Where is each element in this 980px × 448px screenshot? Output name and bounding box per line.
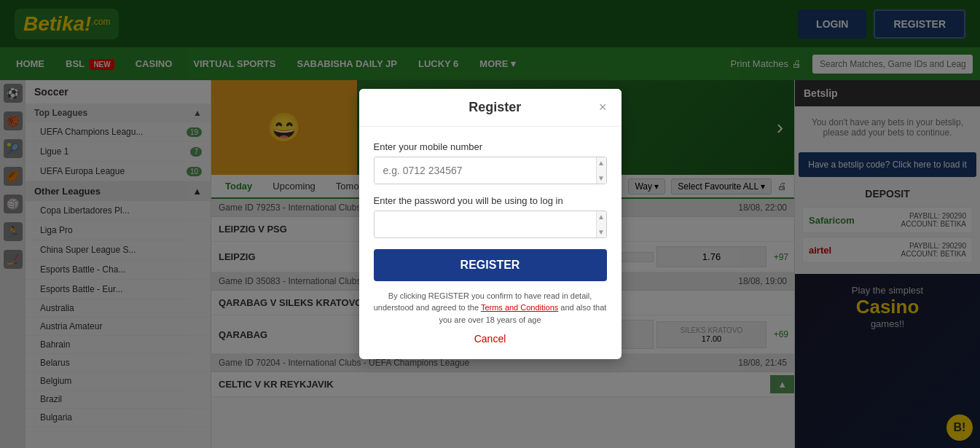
mobile-label: Enter your mobile number — [374, 141, 607, 152]
register-modal: Register × Enter your mobile number ▲ ▼ … — [359, 89, 622, 360]
mobile-input[interactable] — [375, 157, 596, 184]
password-input[interactable] — [375, 211, 596, 237]
modal-cancel-button[interactable]: Cancel — [374, 333, 607, 345]
mobile-input-row: ▲ ▼ — [374, 157, 607, 184]
password-input-row: ▲ ▼ — [374, 211, 607, 238]
modal-header: Register × — [359, 89, 622, 127]
scroll-down-arrow[interactable]: ▼ — [597, 173, 606, 184]
scroll-down-arrow-pw[interactable]: ▼ — [597, 227, 606, 237]
modal-title: Register — [391, 100, 599, 115]
modal-close-button[interactable]: × — [599, 100, 607, 115]
terms-link[interactable]: Terms and Conditions — [481, 303, 558, 312]
modal-body: Enter your mobile number ▲ ▼ Enter the p… — [359, 127, 622, 360]
scroll-up-arrow[interactable]: ▲ — [597, 157, 606, 168]
password-label: Enter the password you will be using to … — [374, 195, 607, 206]
modal-terms: By clicking REGISTER you confirm to have… — [374, 290, 607, 326]
password-scrollbar: ▲ ▼ — [596, 211, 606, 237]
mobile-scrollbar: ▲ ▼ — [596, 157, 606, 184]
modal-register-button[interactable]: REGISTER — [374, 249, 607, 281]
modal-overlay[interactable]: Register × Enter your mobile number ▲ ▼ … — [0, 0, 980, 448]
scroll-up-arrow-pw[interactable]: ▲ — [597, 211, 606, 222]
